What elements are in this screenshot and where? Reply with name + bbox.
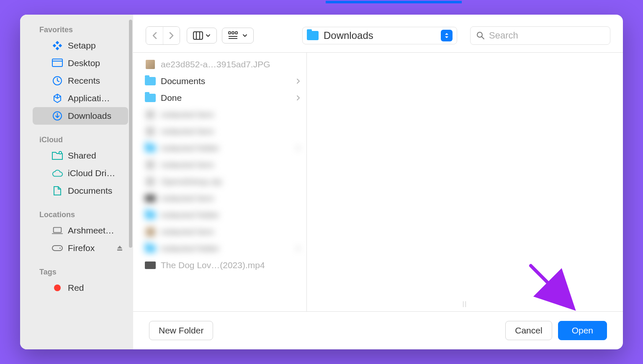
- search-input[interactable]: [489, 30, 604, 41]
- downloads-icon: [52, 110, 63, 121]
- image-icon: [145, 227, 156, 236]
- search-box[interactable]: [470, 26, 610, 45]
- nav-buttons: [146, 26, 180, 45]
- sidebar-item-desktop[interactable]: Desktop: [33, 54, 128, 72]
- sidebar-item-label: Desktop: [68, 58, 100, 68]
- new-folder-button[interactable]: New Folder: [149, 321, 213, 340]
- svg-line-22: [482, 37, 484, 39]
- doc-icon: [52, 185, 63, 196]
- columns-icon: [193, 31, 203, 40]
- file-name: redacted folder: [161, 210, 301, 220]
- sidebar-item-shared[interactable]: Shared: [33, 147, 128, 164]
- content-area: ae23d852-a…3915ad7.JPGDocumentsDoneredac…: [133, 52, 623, 311]
- file-name: Done: [161, 93, 291, 103]
- column-splitter-icon[interactable]: ||: [463, 300, 467, 307]
- recents-icon: [52, 75, 63, 86]
- sidebar-item-arshmeet[interactable]: Arshmeet…: [33, 222, 128, 239]
- chevron-right-icon: [296, 246, 301, 251]
- file-row[interactable]: redacted folder: [133, 207, 306, 223]
- eject-icon[interactable]: [116, 245, 123, 251]
- sidebar-item-applicati[interactable]: Applicati…: [33, 90, 128, 107]
- forward-button[interactable]: [163, 27, 180, 44]
- svg-rect-9: [54, 228, 62, 233]
- file-row[interactable]: redacted item: [133, 123, 306, 140]
- file-row[interactable]: redacted folder: [133, 140, 306, 156]
- folder-icon: [145, 244, 156, 253]
- folder-icon: [145, 210, 156, 220]
- path-label: Downloads: [324, 30, 373, 41]
- svg-point-8: [59, 151, 62, 154]
- file-open-dialog: FavoritesSetappDesktopRecentsApplicati…D…: [20, 15, 623, 349]
- video-icon: [145, 261, 156, 270]
- setapp-icon: [52, 40, 63, 51]
- file-row[interactable]: redacted item: [133, 223, 306, 240]
- file-row[interactable]: redacted item: [133, 190, 306, 207]
- chevron-down-icon: [242, 33, 247, 38]
- view-group-button[interactable]: [222, 28, 254, 44]
- svg-rect-11: [52, 246, 62, 251]
- file-column[interactable]: ae23d852-a…3915ad7.JPGDocumentsDoneredac…: [133, 53, 307, 311]
- file-name: Documents: [161, 76, 291, 86]
- tag-dot-icon: [52, 282, 63, 293]
- file-row[interactable]: redacted item: [133, 156, 306, 173]
- svg-rect-4: [52, 59, 62, 67]
- sidebar-item-downloads[interactable]: Downloads: [33, 107, 128, 125]
- file-name: OperaSetup.zip: [161, 177, 301, 187]
- sidebar-item-label: Shared: [68, 151, 96, 161]
- sidebar-item-firefox[interactable]: Firefox: [33, 239, 128, 257]
- dialog-footer: New Folder Cancel Open: [133, 311, 623, 349]
- file-row[interactable]: OperaSetup.zip: [133, 173, 306, 190]
- folder-icon: [145, 144, 156, 153]
- chevron-right-icon: [296, 145, 301, 151]
- toolbar: Downloads: [133, 15, 623, 52]
- file-name: redacted item: [161, 110, 301, 120]
- apps-icon: [52, 93, 63, 104]
- file-name: redacted item: [161, 193, 301, 203]
- svg-rect-3: [56, 47, 59, 50]
- section-header: Tags: [20, 264, 133, 279]
- sidebar-item-recents[interactable]: Recents: [33, 72, 128, 90]
- file-row[interactable]: redacted folder: [133, 240, 306, 257]
- svg-rect-17: [232, 32, 234, 34]
- sidebar-item-setapp[interactable]: Setapp: [33, 37, 128, 54]
- view-selector: [187, 28, 254, 44]
- sidebar-item-label: Red: [68, 283, 84, 293]
- sidebar-item-iclouddri[interactable]: iCloud Dri…: [33, 164, 128, 182]
- search-icon: [476, 31, 485, 40]
- sidebar-item-label: Firefox: [68, 243, 95, 253]
- file-row[interactable]: Documents: [133, 73, 306, 90]
- main-panel: Downloads ae23d852-a…3915ad7.JPGDocument…: [133, 15, 623, 349]
- folder-icon: [145, 93, 156, 103]
- path-selector[interactable]: Downloads: [302, 27, 457, 44]
- svg-rect-0: [56, 41, 59, 44]
- file-row[interactable]: The Dog Lov…(2023).mp4: [133, 257, 306, 274]
- file-row[interactable]: ae23d852-a…3915ad7.JPG: [133, 56, 306, 73]
- section-header: Favorites: [20, 22, 133, 37]
- folder-icon: [145, 77, 156, 86]
- bg-highlight-bar: [326, 1, 462, 3]
- cloud-icon: [52, 168, 63, 179]
- video-icon: [145, 194, 156, 203]
- sidebar: FavoritesSetappDesktopRecentsApplicati…D…: [20, 15, 133, 349]
- sidebar-item-label: Documents: [68, 186, 112, 196]
- back-button[interactable]: [146, 27, 163, 44]
- cancel-button[interactable]: Cancel: [505, 321, 552, 340]
- svg-rect-2: [59, 44, 62, 47]
- file-row[interactable]: redacted item: [133, 106, 306, 123]
- view-columns-button[interactable]: [187, 28, 217, 44]
- svg-rect-13: [193, 32, 203, 39]
- file-name: redacted item: [161, 126, 301, 136]
- file-icon: [145, 110, 156, 119]
- image-icon: [145, 60, 156, 69]
- svg-rect-16: [229, 32, 231, 34]
- file-row[interactable]: Done: [133, 90, 306, 106]
- svg-rect-18: [235, 32, 237, 34]
- sidebar-item-documents[interactable]: Documents: [33, 182, 128, 200]
- open-button[interactable]: Open: [558, 321, 607, 340]
- file-icon: [145, 177, 156, 186]
- chevron-down-icon: [206, 33, 211, 38]
- file-name: redacted folder: [161, 244, 291, 254]
- sidebar-item-red[interactable]: Red: [33, 279, 128, 297]
- scrollbar[interactable]: [129, 20, 132, 248]
- file-name: redacted folder: [161, 143, 291, 153]
